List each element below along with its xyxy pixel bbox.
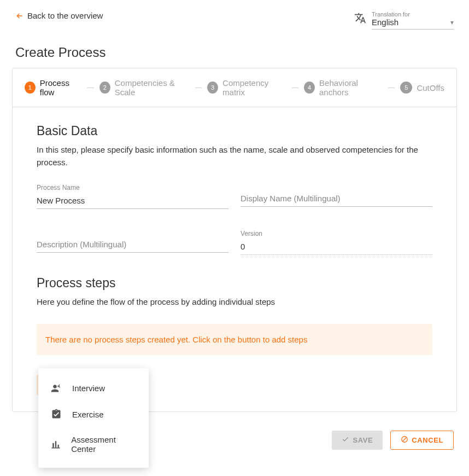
translate-icon: [354, 12, 366, 26]
assessment-center-icon: [50, 439, 61, 450]
step-label: CutOffs: [417, 83, 444, 92]
popover-item-interview[interactable]: Interview: [38, 375, 149, 401]
display-name-input[interactable]: [241, 184, 432, 207]
step-number: 4: [304, 82, 315, 94]
process-name-input[interactable]: [37, 193, 228, 209]
step-number: 2: [99, 82, 110, 94]
step-label: Competencies & Scale: [115, 78, 190, 97]
translation-select[interactable]: Translation for English ▾: [372, 11, 454, 30]
step-cutoffs[interactable]: 5 CutOffs: [400, 82, 444, 94]
basic-data-title: Basic Data: [37, 124, 432, 138]
step-connector: [292, 88, 299, 88]
cancel-icon: [401, 436, 408, 445]
arrow-left-icon: [15, 11, 24, 20]
step-process-flow[interactable]: 1 Process flow: [25, 78, 81, 97]
back-to-overview-link[interactable]: Back to the overview: [15, 11, 103, 20]
page-title: Create Process: [0, 36, 469, 68]
popover-label: Exercise: [72, 410, 104, 419]
step-number: 1: [25, 82, 36, 94]
save-label: SAVE: [353, 436, 373, 444]
interview-icon: [50, 382, 62, 393]
step-number: 5: [400, 82, 412, 94]
translation-label: Translation for: [372, 11, 454, 18]
wizard-card: 1 Process flow 2 Competencies & Scale 3 …: [12, 68, 457, 412]
chevron-down-icon: ▾: [450, 19, 454, 26]
step-label: Process flow: [40, 78, 81, 97]
step-label: Competency matrix: [222, 78, 286, 97]
popover-label: Assessment Center: [71, 435, 137, 454]
step-competency-matrix[interactable]: 3 Competency matrix: [207, 78, 286, 97]
stepper: 1 Process flow 2 Competencies & Scale 3 …: [13, 68, 456, 107]
check-icon: [342, 436, 349, 445]
save-button[interactable]: SAVE: [332, 431, 383, 450]
step-connector: [388, 88, 395, 88]
step-behavioral-anchors[interactable]: 4 Behavioral anchors: [304, 78, 383, 97]
description-input[interactable]: [37, 230, 228, 253]
step-connector: [195, 88, 202, 88]
exercise-icon: [50, 409, 62, 420]
cancel-label: CANCEL: [412, 436, 443, 444]
basic-data-description: In this step, please specify basic infor…: [37, 144, 419, 169]
step-connector: [87, 88, 94, 88]
back-label: Back to the overview: [27, 11, 103, 20]
svg-rect-1: [52, 448, 60, 449]
version-value: 0: [241, 239, 432, 255]
popover-item-assessment-center[interactable]: Assessment Center: [38, 427, 149, 461]
popover-item-exercise[interactable]: Exercise: [38, 401, 149, 427]
process-steps-description: Here you define the flow of the process …: [37, 296, 419, 309]
step-label: Behavioral anchors: [319, 78, 383, 97]
step-number: 3: [207, 82, 218, 94]
translation-value: English: [372, 18, 398, 27]
empty-steps-alert: There are no process steps created yet. …: [37, 324, 432, 355]
step-type-popover: Interview Exercise Assessment Center: [38, 368, 149, 468]
process-steps-title: Process steps: [37, 276, 432, 291]
popover-label: Interview: [72, 384, 105, 393]
step-competencies-scale[interactable]: 2 Competencies & Scale: [99, 78, 190, 97]
cancel-button[interactable]: CANCEL: [390, 431, 454, 450]
process-name-label: Process Name: [37, 184, 228, 191]
version-label: Version: [241, 230, 432, 237]
